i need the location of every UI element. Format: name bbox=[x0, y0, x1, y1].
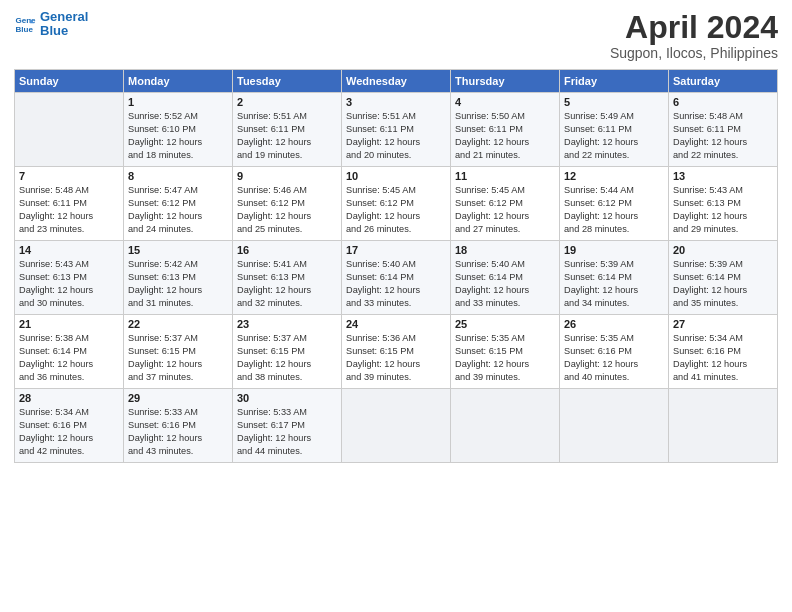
calendar-week-row: 14Sunrise: 5:43 AM Sunset: 6:13 PM Dayli… bbox=[15, 241, 778, 315]
calendar-table: SundayMondayTuesdayWednesdayThursdayFrid… bbox=[14, 69, 778, 463]
day-info: Sunrise: 5:49 AM Sunset: 6:11 PM Dayligh… bbox=[564, 110, 664, 162]
calendar-week-row: 1Sunrise: 5:52 AM Sunset: 6:10 PM Daylig… bbox=[15, 93, 778, 167]
calendar-cell: 5Sunrise: 5:49 AM Sunset: 6:11 PM Daylig… bbox=[560, 93, 669, 167]
day-number: 29 bbox=[128, 392, 228, 404]
day-info: Sunrise: 5:45 AM Sunset: 6:12 PM Dayligh… bbox=[346, 184, 446, 236]
calendar-cell: 25Sunrise: 5:35 AM Sunset: 6:15 PM Dayli… bbox=[451, 315, 560, 389]
day-info: Sunrise: 5:48 AM Sunset: 6:11 PM Dayligh… bbox=[673, 110, 773, 162]
svg-text:Blue: Blue bbox=[15, 25, 33, 34]
day-info: Sunrise: 5:51 AM Sunset: 6:11 PM Dayligh… bbox=[237, 110, 337, 162]
day-info: Sunrise: 5:34 AM Sunset: 6:16 PM Dayligh… bbox=[673, 332, 773, 384]
calendar-cell: 9Sunrise: 5:46 AM Sunset: 6:12 PM Daylig… bbox=[233, 167, 342, 241]
day-info: Sunrise: 5:41 AM Sunset: 6:13 PM Dayligh… bbox=[237, 258, 337, 310]
title-block: April 2024 Sugpon, Ilocos, Philippines bbox=[610, 10, 778, 61]
calendar-week-row: 28Sunrise: 5:34 AM Sunset: 6:16 PM Dayli… bbox=[15, 389, 778, 463]
logo-icon: General Blue bbox=[14, 13, 36, 35]
page-header: General Blue General Blue April 2024 Sug… bbox=[14, 10, 778, 61]
calendar-cell bbox=[669, 389, 778, 463]
weekday-header-row: SundayMondayTuesdayWednesdayThursdayFrid… bbox=[15, 70, 778, 93]
calendar-cell bbox=[451, 389, 560, 463]
day-info: Sunrise: 5:35 AM Sunset: 6:16 PM Dayligh… bbox=[564, 332, 664, 384]
day-info: Sunrise: 5:43 AM Sunset: 6:13 PM Dayligh… bbox=[673, 184, 773, 236]
calendar-header: SundayMondayTuesdayWednesdayThursdayFrid… bbox=[15, 70, 778, 93]
logo-text-blue: Blue bbox=[40, 24, 88, 38]
day-info: Sunrise: 5:52 AM Sunset: 6:10 PM Dayligh… bbox=[128, 110, 228, 162]
calendar-cell: 15Sunrise: 5:42 AM Sunset: 6:13 PM Dayli… bbox=[124, 241, 233, 315]
calendar-title: April 2024 bbox=[610, 10, 778, 45]
day-number: 17 bbox=[346, 244, 446, 256]
day-number: 18 bbox=[455, 244, 555, 256]
day-number: 8 bbox=[128, 170, 228, 182]
weekday-header-thursday: Thursday bbox=[451, 70, 560, 93]
calendar-cell: 8Sunrise: 5:47 AM Sunset: 6:12 PM Daylig… bbox=[124, 167, 233, 241]
day-number: 12 bbox=[564, 170, 664, 182]
day-info: Sunrise: 5:37 AM Sunset: 6:15 PM Dayligh… bbox=[128, 332, 228, 384]
day-number: 6 bbox=[673, 96, 773, 108]
day-info: Sunrise: 5:39 AM Sunset: 6:14 PM Dayligh… bbox=[673, 258, 773, 310]
calendar-cell: 11Sunrise: 5:45 AM Sunset: 6:12 PM Dayli… bbox=[451, 167, 560, 241]
weekday-header-friday: Friday bbox=[560, 70, 669, 93]
weekday-header-sunday: Sunday bbox=[15, 70, 124, 93]
calendar-cell: 27Sunrise: 5:34 AM Sunset: 6:16 PM Dayli… bbox=[669, 315, 778, 389]
calendar-cell: 16Sunrise: 5:41 AM Sunset: 6:13 PM Dayli… bbox=[233, 241, 342, 315]
day-number: 5 bbox=[564, 96, 664, 108]
day-number: 30 bbox=[237, 392, 337, 404]
calendar-week-row: 21Sunrise: 5:38 AM Sunset: 6:14 PM Dayli… bbox=[15, 315, 778, 389]
calendar-cell: 13Sunrise: 5:43 AM Sunset: 6:13 PM Dayli… bbox=[669, 167, 778, 241]
day-info: Sunrise: 5:35 AM Sunset: 6:15 PM Dayligh… bbox=[455, 332, 555, 384]
calendar-cell: 1Sunrise: 5:52 AM Sunset: 6:10 PM Daylig… bbox=[124, 93, 233, 167]
calendar-cell: 6Sunrise: 5:48 AM Sunset: 6:11 PM Daylig… bbox=[669, 93, 778, 167]
day-number: 23 bbox=[237, 318, 337, 330]
day-number: 15 bbox=[128, 244, 228, 256]
weekday-header-monday: Monday bbox=[124, 70, 233, 93]
calendar-cell: 17Sunrise: 5:40 AM Sunset: 6:14 PM Dayli… bbox=[342, 241, 451, 315]
day-info: Sunrise: 5:48 AM Sunset: 6:11 PM Dayligh… bbox=[19, 184, 119, 236]
day-number: 25 bbox=[455, 318, 555, 330]
calendar-cell: 7Sunrise: 5:48 AM Sunset: 6:11 PM Daylig… bbox=[15, 167, 124, 241]
day-number: 4 bbox=[455, 96, 555, 108]
calendar-cell: 19Sunrise: 5:39 AM Sunset: 6:14 PM Dayli… bbox=[560, 241, 669, 315]
day-info: Sunrise: 5:38 AM Sunset: 6:14 PM Dayligh… bbox=[19, 332, 119, 384]
calendar-cell: 3Sunrise: 5:51 AM Sunset: 6:11 PM Daylig… bbox=[342, 93, 451, 167]
calendar-cell bbox=[15, 93, 124, 167]
day-number: 9 bbox=[237, 170, 337, 182]
calendar-cell: 23Sunrise: 5:37 AM Sunset: 6:15 PM Dayli… bbox=[233, 315, 342, 389]
calendar-cell bbox=[560, 389, 669, 463]
calendar-cell: 4Sunrise: 5:50 AM Sunset: 6:11 PM Daylig… bbox=[451, 93, 560, 167]
calendar-subtitle: Sugpon, Ilocos, Philippines bbox=[610, 45, 778, 61]
day-number: 11 bbox=[455, 170, 555, 182]
calendar-page: General Blue General Blue April 2024 Sug… bbox=[0, 0, 792, 612]
day-number: 3 bbox=[346, 96, 446, 108]
calendar-cell: 26Sunrise: 5:35 AM Sunset: 6:16 PM Dayli… bbox=[560, 315, 669, 389]
day-info: Sunrise: 5:46 AM Sunset: 6:12 PM Dayligh… bbox=[237, 184, 337, 236]
calendar-cell: 18Sunrise: 5:40 AM Sunset: 6:14 PM Dayli… bbox=[451, 241, 560, 315]
logo-text-general: General bbox=[40, 10, 88, 24]
calendar-cell: 29Sunrise: 5:33 AM Sunset: 6:16 PM Dayli… bbox=[124, 389, 233, 463]
calendar-cell: 21Sunrise: 5:38 AM Sunset: 6:14 PM Dayli… bbox=[15, 315, 124, 389]
day-number: 14 bbox=[19, 244, 119, 256]
day-info: Sunrise: 5:42 AM Sunset: 6:13 PM Dayligh… bbox=[128, 258, 228, 310]
day-number: 13 bbox=[673, 170, 773, 182]
calendar-cell bbox=[342, 389, 451, 463]
calendar-cell: 20Sunrise: 5:39 AM Sunset: 6:14 PM Dayli… bbox=[669, 241, 778, 315]
weekday-header-saturday: Saturday bbox=[669, 70, 778, 93]
day-info: Sunrise: 5:43 AM Sunset: 6:13 PM Dayligh… bbox=[19, 258, 119, 310]
day-info: Sunrise: 5:45 AM Sunset: 6:12 PM Dayligh… bbox=[455, 184, 555, 236]
day-info: Sunrise: 5:40 AM Sunset: 6:14 PM Dayligh… bbox=[455, 258, 555, 310]
day-number: 20 bbox=[673, 244, 773, 256]
calendar-cell: 14Sunrise: 5:43 AM Sunset: 6:13 PM Dayli… bbox=[15, 241, 124, 315]
day-number: 7 bbox=[19, 170, 119, 182]
calendar-cell: 12Sunrise: 5:44 AM Sunset: 6:12 PM Dayli… bbox=[560, 167, 669, 241]
calendar-cell: 2Sunrise: 5:51 AM Sunset: 6:11 PM Daylig… bbox=[233, 93, 342, 167]
calendar-week-row: 7Sunrise: 5:48 AM Sunset: 6:11 PM Daylig… bbox=[15, 167, 778, 241]
day-number: 24 bbox=[346, 318, 446, 330]
calendar-cell: 24Sunrise: 5:36 AM Sunset: 6:15 PM Dayli… bbox=[342, 315, 451, 389]
day-number: 22 bbox=[128, 318, 228, 330]
logo: General Blue General Blue bbox=[14, 10, 88, 39]
calendar-cell: 10Sunrise: 5:45 AM Sunset: 6:12 PM Dayli… bbox=[342, 167, 451, 241]
day-info: Sunrise: 5:47 AM Sunset: 6:12 PM Dayligh… bbox=[128, 184, 228, 236]
day-number: 1 bbox=[128, 96, 228, 108]
day-info: Sunrise: 5:51 AM Sunset: 6:11 PM Dayligh… bbox=[346, 110, 446, 162]
day-info: Sunrise: 5:40 AM Sunset: 6:14 PM Dayligh… bbox=[346, 258, 446, 310]
svg-text:General: General bbox=[15, 17, 36, 26]
